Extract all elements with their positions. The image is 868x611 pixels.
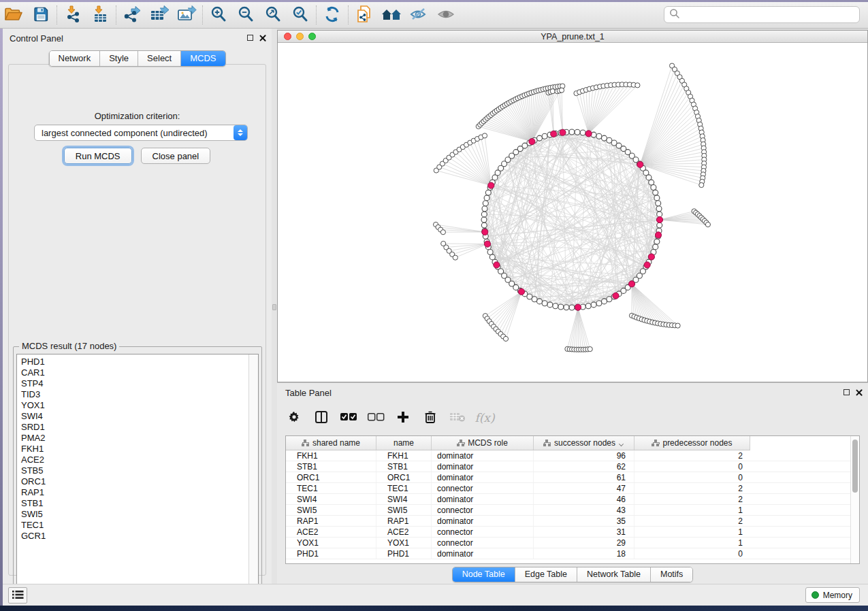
- mcds-result-item[interactable]: TEC1: [21, 520, 258, 531]
- table-row[interactable]: YOX1YOX1connector291: [286, 538, 851, 548]
- network-region: YPA_prune.txt_1: [277, 29, 868, 382]
- panel-menu-button[interactable]: [8, 587, 27, 604]
- search-input[interactable]: [680, 10, 859, 20]
- mcds-result-item[interactable]: STB5: [21, 465, 258, 476]
- mcds-result-item[interactable]: GCR1: [21, 531, 258, 542]
- table-row[interactable]: PHD1PHD1dominator180: [286, 548, 851, 559]
- save-session-button[interactable]: [27, 4, 54, 26]
- network-window-titlebar[interactable]: YPA_prune.txt_1: [278, 31, 867, 43]
- mcds-tab-content: Optimization criterion: largest connecte…: [8, 64, 266, 576]
- mcds-result-item[interactable]: TID3: [21, 389, 258, 400]
- network-canvas[interactable]: [278, 43, 867, 382]
- run-mcds-button[interactable]: Run MCDS: [64, 148, 132, 164]
- hide-selected-icon: [409, 6, 428, 24]
- add-column-button[interactable]: [394, 409, 412, 427]
- delete-table-icon: [449, 412, 466, 425]
- column-header-name[interactable]: name: [376, 436, 432, 450]
- float-table-panel-icon[interactable]: [843, 389, 850, 395]
- function-builder-button[interactable]: f(x): [476, 409, 494, 427]
- duplicate-network-button[interactable]: [351, 4, 378, 26]
- mcds-result-item[interactable]: ACE2: [21, 455, 258, 465]
- search-icon: [669, 8, 680, 21]
- mcds-result-item[interactable]: PMA2: [21, 433, 258, 444]
- mcds-result-item[interactable]: STB1: [21, 498, 258, 509]
- import-network-button[interactable]: [59, 4, 86, 26]
- float-panel-icon[interactable]: [247, 35, 253, 41]
- criterion-select[interactable]: largest connected component (undirected): [34, 125, 248, 141]
- export-image-button[interactable]: [173, 4, 200, 26]
- zoom-selected-icon: [291, 5, 309, 25]
- table-row[interactable]: ORC1ORC1dominator610: [286, 472, 851, 483]
- delete-table-button[interactable]: [449, 409, 466, 427]
- table-scrollbar[interactable]: [850, 436, 859, 563]
- control-panel: Control Panel Network Style Select MCDS …: [3, 29, 272, 584]
- import-table-button[interactable]: [86, 4, 114, 26]
- table-row[interactable]: TEC1TEC1connector472: [286, 483, 851, 494]
- export-network-button[interactable]: [118, 4, 146, 26]
- table-row[interactable]: SWI4SWI4dominator462: [286, 494, 851, 505]
- table-row[interactable]: FKH1FKH1dominator962: [286, 450, 851, 461]
- deselect-all-rows-button[interactable]: [367, 409, 385, 427]
- columns-icon: [315, 410, 328, 426]
- zoom-in-button[interactable]: [205, 4, 232, 26]
- zoom-selected-button[interactable]: [287, 4, 314, 26]
- column-header-mcds-role[interactable]: MCDS role: [432, 436, 534, 450]
- table-row[interactable]: SWI5SWI5connector431: [286, 505, 851, 516]
- tab-network[interactable]: Network: [49, 51, 99, 66]
- tab-mcds[interactable]: MCDS: [180, 51, 225, 66]
- column-header-successor-nodes[interactable]: successor nodes: [534, 436, 634, 450]
- select-all-rows-button[interactable]: [340, 409, 357, 427]
- tab-motifs[interactable]: Motifs: [650, 567, 692, 582]
- mcds-result-item[interactable]: SWI4: [21, 411, 258, 422]
- zoom-out-button[interactable]: [232, 4, 259, 26]
- toolbar-separator: [57, 5, 57, 24]
- mcds-result-item[interactable]: FKH1: [21, 444, 258, 455]
- tab-network-table[interactable]: Network Table: [577, 567, 650, 582]
- table-row[interactable]: STB1STB1dominator620: [286, 461, 851, 472]
- open-session-button[interactable]: [0, 4, 27, 26]
- mcds-result-list[interactable]: PHD1CAR1STP4TID3YOX1SWI4SRD1PMA2FKH1ACE2…: [16, 354, 259, 597]
- close-panel-icon[interactable]: [259, 34, 266, 42]
- close-table-panel-icon[interactable]: [855, 389, 863, 396]
- toolbar-separator: [316, 5, 317, 24]
- refresh-view-button[interactable]: [319, 4, 346, 26]
- network-graph[interactable]: [278, 43, 867, 382]
- table-row[interactable]: RAP1RAP1dominator352: [286, 516, 851, 527]
- mcds-result-item[interactable]: CAR1: [21, 367, 258, 378]
- mcds-result-item[interactable]: YOX1: [21, 400, 258, 411]
- show-columns-button[interactable]: [312, 409, 330, 427]
- result-list-scrollbar[interactable]: [248, 354, 258, 596]
- mcds-result-item[interactable]: ORC1: [21, 476, 258, 487]
- search-field[interactable]: [664, 6, 860, 23]
- criterion-selected-value: largest connected component (undirected): [35, 128, 234, 138]
- memory-button[interactable]: Memory: [805, 587, 860, 603]
- mcds-result-item[interactable]: SWI5: [21, 509, 258, 520]
- mcds-result-item[interactable]: PHD1: [21, 357, 258, 367]
- export-network-icon: [122, 5, 142, 25]
- export-table-button[interactable]: [146, 4, 173, 26]
- tab-style[interactable]: Style: [99, 51, 138, 66]
- first-neighbors-button[interactable]: [378, 4, 405, 26]
- tab-edge-table[interactable]: Edge Table: [515, 567, 577, 582]
- mcds-result-item[interactable]: SRD1: [21, 422, 258, 433]
- mcds-result-item[interactable]: STP4: [21, 378, 258, 389]
- table-tabs: Node Table Edge Table Network Table Moti…: [277, 567, 868, 582]
- delete-column-button[interactable]: [421, 409, 439, 427]
- close-panel-button[interactable]: Close panel: [141, 148, 211, 164]
- tab-select[interactable]: Select: [138, 51, 180, 66]
- attribute-type-icon: [543, 440, 551, 446]
- table-row[interactable]: ACE2ACE2connector311: [286, 527, 851, 538]
- zoom-fit-button[interactable]: [259, 4, 287, 26]
- attribute-type-icon: [302, 440, 309, 446]
- mcds-result-item[interactable]: RAP1: [21, 487, 258, 498]
- tab-node-table[interactable]: Node Table: [453, 567, 515, 582]
- table-scrollbar-thumb[interactable]: [852, 440, 858, 493]
- vertical-splitter[interactable]: [272, 29, 277, 584]
- splitter-grip[interactable]: [272, 304, 276, 310]
- column-header-predecessor-nodes[interactable]: predecessor nodes: [634, 436, 750, 450]
- show-all-button[interactable]: [432, 4, 460, 26]
- column-header-shared-name[interactable]: shared name: [286, 436, 376, 450]
- show-all-icon: [436, 6, 455, 24]
- hide-selected-button[interactable]: [405, 4, 432, 26]
- table-options-button[interactable]: [285, 409, 303, 427]
